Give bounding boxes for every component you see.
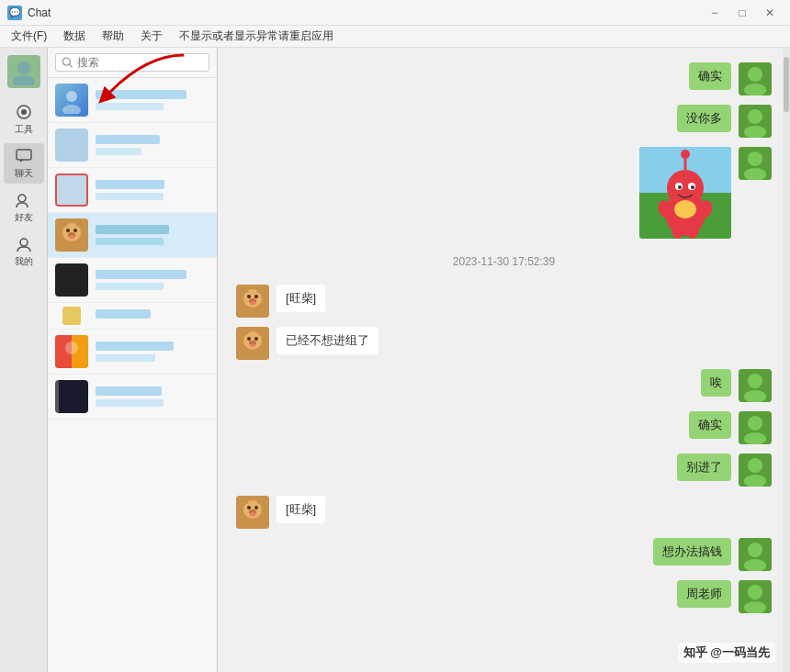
message-row-right: 确实 bbox=[236, 411, 772, 444]
message-bubble: [旺柴] bbox=[276, 496, 325, 523]
chat-area: 确实 没你多 bbox=[218, 48, 790, 672]
menubar: 文件(F) 数据 帮助 关于 不显示或者显示异常请重启应用 bbox=[0, 26, 790, 48]
contact-info bbox=[96, 270, 209, 290]
chat-label: 聊天 bbox=[15, 167, 33, 180]
contact-info bbox=[96, 309, 209, 322]
contact-avatar-dog bbox=[55, 218, 88, 252]
contact-item[interactable] bbox=[48, 303, 217, 330]
friends-icon bbox=[15, 191, 33, 209]
search-input-wrap[interactable] bbox=[55, 53, 209, 72]
svg-point-65 bbox=[748, 458, 762, 473]
sidebar-item-friends[interactable]: 好友 bbox=[4, 187, 44, 228]
contact-msg-blur bbox=[96, 354, 155, 362]
search-input[interactable] bbox=[77, 56, 204, 69]
svg-point-0 bbox=[17, 62, 30, 74]
svg-point-6 bbox=[20, 239, 28, 246]
message-row-right: 唉 bbox=[236, 369, 772, 402]
msg-content: 唉 bbox=[701, 369, 731, 397]
titlebar-left: 💬 Chat bbox=[7, 6, 51, 20]
maximize-button[interactable]: □ bbox=[729, 3, 755, 23]
contact-item[interactable] bbox=[48, 258, 217, 303]
message-row-left: 已经不想进组了 bbox=[236, 327, 772, 360]
contact-name-blur bbox=[96, 225, 169, 234]
menu-help[interactable]: 帮助 bbox=[95, 27, 131, 46]
msg-content: 别进了 bbox=[677, 454, 731, 481]
contact-item[interactable] bbox=[48, 168, 217, 213]
sidebar-item-chat[interactable]: 聊天 bbox=[4, 143, 44, 184]
sidebar-item-tools[interactable]: 工具 bbox=[4, 99, 44, 140]
contact-info bbox=[96, 90, 209, 110]
search-bar bbox=[48, 48, 217, 78]
menu-file[interactable]: 文件(F) bbox=[4, 27, 54, 46]
msg-content: 已经不想进组了 bbox=[276, 327, 378, 354]
teletubby-image bbox=[639, 147, 731, 239]
contact-msg-blur bbox=[96, 148, 141, 155]
msg-content: 没你多 bbox=[677, 105, 731, 132]
svg-point-72 bbox=[250, 512, 255, 516]
contact-item[interactable] bbox=[48, 375, 217, 420]
message-row-image bbox=[236, 147, 772, 239]
svg-point-55 bbox=[254, 337, 258, 341]
svg-point-59 bbox=[748, 374, 762, 388]
svg-point-3 bbox=[21, 109, 27, 115]
sidebar-item-mine[interactable]: 我的 bbox=[4, 231, 44, 272]
contact-item[interactable] bbox=[48, 78, 217, 123]
sidebar-icons: 工具 聊天 好友 我的 bbox=[0, 48, 48, 672]
watermark: 知乎 @一码当先 bbox=[678, 643, 775, 663]
menu-about[interactable]: 关于 bbox=[133, 27, 170, 46]
msg-content: 想办法搞钱 bbox=[653, 538, 731, 566]
message-row-left: [旺柴] bbox=[236, 496, 772, 529]
contact-msg-blur bbox=[96, 193, 164, 200]
chat-icon bbox=[15, 147, 33, 165]
app-icon: 💬 bbox=[7, 6, 22, 20]
contact-item[interactable] bbox=[48, 330, 217, 375]
svg-point-40 bbox=[691, 185, 694, 189]
msg-avatar-left bbox=[236, 327, 269, 360]
svg-point-23 bbox=[748, 67, 762, 82]
message-row-right: 周老师 bbox=[236, 580, 772, 613]
contact-avatar-colorful bbox=[55, 335, 88, 368]
svg-point-7 bbox=[62, 58, 70, 65]
contact-avatar bbox=[55, 129, 88, 162]
svg-point-70 bbox=[254, 506, 258, 510]
message-bubble: 已经不想进组了 bbox=[276, 327, 378, 354]
svg-point-39 bbox=[678, 185, 682, 189]
msg-avatar-left bbox=[236, 496, 269, 529]
contact-info bbox=[96, 180, 209, 200]
tools-icon bbox=[15, 103, 33, 121]
tools-label: 工具 bbox=[15, 123, 33, 136]
svg-point-29 bbox=[748, 151, 762, 166]
msg-avatar-right bbox=[739, 454, 772, 487]
svg-point-44 bbox=[672, 220, 684, 239]
msg-content: [旺柴] bbox=[276, 496, 325, 523]
message-bubble-sender: [旺柴] bbox=[276, 285, 325, 312]
message-bubble: 想办法搞钱 bbox=[653, 538, 731, 566]
msg-avatar-right bbox=[739, 411, 772, 444]
chat-scrollbar[interactable] bbox=[783, 48, 790, 672]
contact-item[interactable] bbox=[48, 123, 217, 168]
svg-point-51 bbox=[250, 301, 255, 305]
mine-icon bbox=[15, 235, 33, 253]
msg-content: 确实 bbox=[689, 411, 731, 439]
contact-name-blur bbox=[96, 270, 186, 279]
svg-point-41 bbox=[674, 200, 696, 218]
message-bubble: 确实 bbox=[689, 411, 731, 439]
menu-restart[interactable]: 不显示或者显示异常请重启应用 bbox=[172, 27, 341, 46]
menu-data[interactable]: 数据 bbox=[56, 27, 93, 46]
contact-avatar bbox=[55, 84, 88, 117]
app-title: Chat bbox=[28, 6, 51, 19]
msg-avatar-right bbox=[739, 580, 772, 613]
contact-small-icon bbox=[62, 307, 81, 325]
svg-point-1 bbox=[13, 75, 35, 85]
contact-name-blur bbox=[96, 135, 160, 144]
svg-point-45 bbox=[686, 220, 699, 239]
close-button[interactable]: ✕ bbox=[757, 3, 783, 23]
msg-content: 周老师 bbox=[677, 580, 731, 608]
contact-avatar bbox=[55, 263, 88, 297]
minimize-button[interactable]: − bbox=[702, 3, 728, 23]
contact-msg-blur bbox=[96, 283, 164, 290]
contact-item-active[interactable] bbox=[48, 213, 217, 258]
svg-point-57 bbox=[250, 343, 255, 347]
contact-avatar bbox=[55, 174, 88, 207]
message-row-right: 想办法搞钱 bbox=[236, 538, 772, 571]
